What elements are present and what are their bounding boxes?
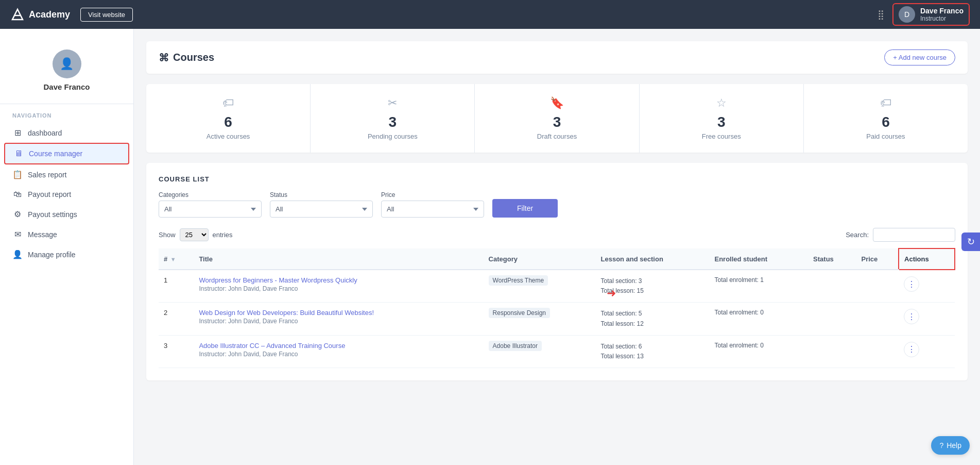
edit-arrow-indicator: ➜: [607, 287, 616, 300]
price-select[interactable]: All: [381, 201, 484, 218]
categories-select[interactable]: All: [159, 201, 262, 218]
col-category: Category: [484, 248, 596, 270]
col-num: # ▼: [159, 248, 194, 270]
row-status: [808, 303, 856, 335]
status-select[interactable]: All: [270, 201, 373, 218]
draft-courses-icon: 🔖: [550, 96, 564, 110]
draft-courses-label: Draft courses: [537, 132, 577, 140]
courses-icon: ⌘: [159, 52, 169, 64]
filter-categories: Categories All: [159, 191, 262, 218]
actions-dots-button-1[interactable]: ⋮: [904, 276, 919, 292]
row-title: Web Design for Web Developers: Build Bea…: [194, 303, 483, 335]
user-profile-button[interactable]: D Dave Franco Instructor: [892, 3, 970, 26]
free-courses-number: 3: [717, 114, 726, 130]
lesson-count-info: Total lesson: 13: [601, 352, 704, 361]
payout-report-icon: 🛍: [12, 190, 23, 199]
show-entries: Show 25 50 100 entries: [159, 228, 233, 241]
filters-row: Categories All Status All Price All: [159, 191, 955, 218]
search-row: Search:: [846, 228, 955, 242]
sidebar-profile: 👤 Dave Franco: [0, 41, 133, 104]
row-num: 3: [159, 335, 194, 368]
stat-card-active: 🏷 6 Active courses: [146, 84, 311, 153]
table-controls: Show 25 50 100 entries Search:: [159, 228, 955, 242]
help-button[interactable]: ? Help: [931, 436, 970, 455]
help-label: Help: [947, 441, 961, 450]
sidebar-item-payout-report[interactable]: 🛍 Payout report: [0, 185, 133, 204]
page-title-text: Courses: [173, 52, 214, 63]
search-input[interactable]: [873, 228, 955, 242]
visit-website-button[interactable]: Visit website: [80, 8, 133, 22]
active-courses-label: Active courses: [207, 132, 250, 140]
instructor-text: Instructor: John David, Dave Franco: [199, 351, 478, 358]
row-actions: ⋮: [899, 303, 955, 335]
course-link[interactable]: Web Design for Web Developers: Build Bea…: [199, 309, 374, 317]
categories-label: Categories: [159, 191, 262, 198]
sidebar-item-label: Payout settings: [28, 210, 77, 219]
row-category: Responsive Design: [484, 303, 596, 335]
avatar-initial: D: [904, 10, 909, 19]
stat-card-paid: 🏷 6 Paid courses: [804, 84, 968, 153]
lesson-section-info: Total section: 6: [601, 342, 704, 352]
stat-card-free: ☆ 3 Free courses: [640, 84, 804, 153]
table-wrapper: # ▼ Title Category Lesson and section En…: [159, 248, 955, 368]
course-list-section: COURSE LIST Categories All Status All Pr…: [146, 163, 968, 380]
stat-card-draft: 🔖 3 Draft courses: [475, 84, 639, 153]
sidebar-item-course-manager[interactable]: 🖥 Course manager: [4, 143, 129, 164]
col-enrolled: Enrolled student: [710, 248, 809, 270]
sidebar-item-sales-report[interactable]: 📋 Sales report: [0, 164, 133, 185]
row-enrolled: Total enrolment: 0: [710, 303, 809, 335]
paid-courses-number: 6: [882, 114, 890, 130]
row-enrolled: Total enrolment: 0: [710, 335, 809, 368]
app-name: Academy: [29, 9, 70, 20]
actions-dots-button-3[interactable]: ⋮: [904, 342, 919, 357]
filter-price: Price All: [381, 191, 484, 218]
stat-card-pending: ✂ 3 Pending courses: [311, 84, 475, 153]
sidebar-item-manage-profile[interactable]: 👤 Manage profile: [0, 244, 133, 264]
pending-courses-label: Pending courses: [368, 132, 418, 140]
lesson-section-info: Total section: 5: [601, 309, 704, 319]
entries-select[interactable]: 25 50 100: [180, 228, 209, 241]
row-category: WordPress Theme: [484, 270, 596, 303]
instructor-text: Instructor: John David, Dave Franco: [199, 285, 478, 292]
actions-dots-button-2[interactable]: ⋮: [904, 309, 919, 324]
sidebar-item-label: Payout report: [28, 190, 71, 198]
dashboard-icon: ⊞: [12, 128, 23, 138]
row-enrolled: Total enrolment: 1: [710, 270, 809, 303]
course-link[interactable]: Adobe Illustrator CC – Advanced Training…: [199, 342, 345, 350]
category-badge: Adobe Illustrator: [489, 341, 542, 351]
sidebar-item-message[interactable]: ✉ Message: [0, 224, 133, 244]
manage-profile-icon: 👤: [12, 250, 23, 259]
table-row: 2 Web Design for Web Developers: Build B…: [159, 303, 955, 335]
row-title: Wordpress for Beginners - Master Wordpre…: [194, 270, 483, 303]
category-badge: WordPress Theme: [489, 275, 548, 286]
col-actions: Actions: [899, 248, 955, 270]
enroll-info: Total enrolment: 1: [715, 276, 803, 284]
chat-icon[interactable]: ↻: [961, 232, 980, 251]
active-courses-number: 6: [224, 114, 232, 130]
row-num: 2: [159, 303, 194, 335]
table-header-row: # ▼ Title Category Lesson and section En…: [159, 248, 955, 270]
user-role: Instructor: [920, 15, 964, 22]
sidebar-username: Dave Franco: [43, 82, 90, 91]
col-status: Status: [808, 248, 856, 270]
page-title: ⌘ Courses: [159, 52, 214, 64]
lesson-count-info: Total lesson: 12: [601, 319, 704, 329]
num-sort-icon: ▼: [170, 256, 176, 262]
add-course-button[interactable]: + Add new course: [884, 49, 955, 65]
row-category: Adobe Illustrator: [484, 335, 596, 368]
filter-button[interactable]: Filter: [492, 199, 558, 218]
stats-row: 🏷 6 Active courses ✂ 3 Pending courses 🔖…: [146, 84, 968, 153]
app-layout: 👤 Dave Franco NAVIGATION ⊞ dashboard 🖥 C…: [0, 29, 980, 465]
active-courses-icon: 🏷: [222, 96, 234, 110]
row-lesson: Total section: 5 Total lesson: 12: [596, 303, 710, 335]
table-row: 1 Wordpress for Beginners - Master Wordp…: [159, 270, 955, 303]
status-label: Status: [270, 191, 373, 198]
lesson-section-info: Total section: 3: [601, 276, 704, 286]
course-link[interactable]: Wordpress for Beginners - Master Wordpre…: [199, 276, 357, 284]
sidebar-item-payout-settings[interactable]: ⚙ Payout settings: [0, 204, 133, 224]
sidebar-avatar-icon: 👤: [60, 57, 74, 71]
col-price: Price: [856, 248, 899, 270]
sidebar-item-dashboard[interactable]: ⊞ dashboard: [0, 123, 133, 143]
grid-icon[interactable]: ⣿: [878, 9, 884, 20]
table-head: # ▼ Title Category Lesson and section En…: [159, 248, 955, 270]
